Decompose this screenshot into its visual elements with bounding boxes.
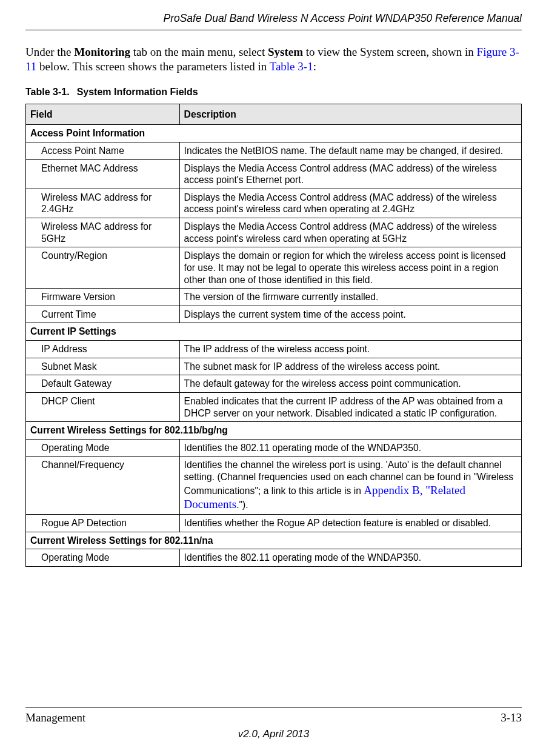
table-row: Country/RegionDisplays the domain or reg… [26, 247, 522, 289]
field-desc: Indicates the NetBIOS name. The default … [179, 142, 521, 159]
section-title: Current Wireless Settings for 802.11b/bg… [26, 422, 522, 440]
footer-section-name: Management [25, 711, 85, 724]
field-desc: Identifies whether the Rogue AP detectio… [179, 515, 521, 532]
field-name: Access Point Name [26, 142, 180, 159]
intro-bold-monitoring: Monitoring [74, 45, 130, 58]
section-row: Current Wireless Settings for 802.11b/bg… [26, 422, 522, 440]
table-caption: Table 3-1.System Information Fields [25, 87, 522, 98]
col-header-description: Description [179, 104, 521, 125]
table-row: Rogue AP DetectionIdentifies whether the… [26, 515, 522, 532]
footer-page-number: 3-13 [501, 711, 522, 724]
field-name: Country/Region [26, 247, 180, 289]
table-row: IP AddressThe IP address of the wireless… [26, 341, 522, 358]
section-row: Access Point Information [26, 125, 522, 142]
system-info-table: Field Description Access Point Informati… [25, 104, 522, 567]
field-name: IP Address [26, 341, 180, 358]
field-desc: Enabled indicates that the current IP ad… [179, 392, 521, 421]
field-name: Firmware Version [26, 289, 180, 306]
table-row: Operating ModeIdentifies the 802.11 oper… [26, 439, 522, 457]
table-caption-title: System Information Fields [77, 87, 198, 97]
header-divider [25, 30, 522, 30]
col-header-field: Field [26, 104, 180, 125]
field-desc: Identifies the channel the wireless port… [179, 457, 521, 515]
field-desc: The subnet mask for IP address of the wi… [179, 358, 521, 375]
field-name: Ethernet MAC Address [26, 159, 180, 189]
table-row: Wireless MAC address for 2.4GHzDisplays … [26, 189, 522, 218]
table-row: Subnet MaskThe subnet mask for IP addres… [26, 358, 522, 375]
field-name: Rogue AP Detection [26, 515, 180, 532]
document-header-title: ProSafe Dual Band Wireless N Access Poin… [25, 12, 522, 25]
table-row: Firmware VersionThe version of the firmw… [26, 289, 522, 306]
intro-bold-system: System [268, 45, 303, 58]
table-header-row: Field Description [26, 104, 522, 125]
field-desc: Identifies the 802.11 operating mode of … [179, 439, 521, 457]
page-footer: Management 3-13 v2.0, April 2013 [25, 707, 522, 740]
intro-text: Under the [25, 45, 74, 58]
field-desc: Displays the domain or region for which … [179, 247, 521, 289]
section-title: Current IP Settings [26, 323, 522, 341]
field-desc: The IP address of the wireless access po… [179, 341, 521, 358]
field-desc: Identifies the 802.11 operating mode of … [179, 549, 521, 567]
intro-text: below. This screen shows the parameters … [36, 60, 269, 73]
table-link[interactable]: Table 3-1 [270, 60, 313, 73]
intro-text: : [313, 60, 316, 73]
field-name: Default Gateway [26, 375, 180, 393]
section-title: Access Point Information [26, 125, 522, 142]
field-desc: Displays the Media Access Control addres… [179, 218, 521, 247]
field-name: Current Time [26, 306, 180, 323]
intro-text: to view the System screen, shown in [303, 45, 477, 58]
table-row: Access Point NameIndicates the NetBIOS n… [26, 142, 522, 159]
field-desc: The default gateway for the wireless acc… [179, 375, 521, 393]
table-row: Current TimeDisplays the current system … [26, 306, 522, 323]
field-name: Channel/Frequency [26, 457, 180, 515]
field-name: Subnet Mask [26, 358, 180, 375]
table-caption-number: Table 3-1. [25, 87, 70, 97]
desc-text: ."). [236, 500, 248, 510]
field-desc: Displays the Media Access Control addres… [179, 159, 521, 189]
field-name: Operating Mode [26, 549, 180, 567]
intro-paragraph: Under the Monitoring tab on the main men… [25, 45, 522, 75]
table-row: Channel/FrequencyIdentifies the channel … [26, 457, 522, 515]
table-row: Operating ModeIdentifies the 802.11 oper… [26, 549, 522, 567]
field-name: Wireless MAC address for 5GHz [26, 218, 180, 247]
section-row: Current IP Settings [26, 323, 522, 341]
field-name: Wireless MAC address for 2.4GHz [26, 189, 180, 218]
field-name: Operating Mode [26, 439, 180, 457]
footer-version: v2.0, April 2013 [25, 728, 522, 740]
field-desc: The version of the firmware currently in… [179, 289, 521, 306]
footer-divider [25, 707, 522, 707]
table-row: Wireless MAC address for 5GHzDisplays th… [26, 218, 522, 247]
section-row: Current Wireless Settings for 802.11n/na [26, 532, 522, 549]
field-desc: Displays the Media Access Control addres… [179, 189, 521, 218]
table-row: Default GatewayThe default gateway for t… [26, 375, 522, 393]
field-name: DHCP Client [26, 392, 180, 421]
field-desc: Displays the current system time of the … [179, 306, 521, 323]
table-row: Ethernet MAC AddressDisplays the Media A… [26, 159, 522, 189]
intro-text: tab on the main menu, select [130, 45, 268, 58]
section-title: Current Wireless Settings for 802.11n/na [26, 532, 522, 549]
table-row: DHCP ClientEnabled indicates that the cu… [26, 392, 522, 421]
